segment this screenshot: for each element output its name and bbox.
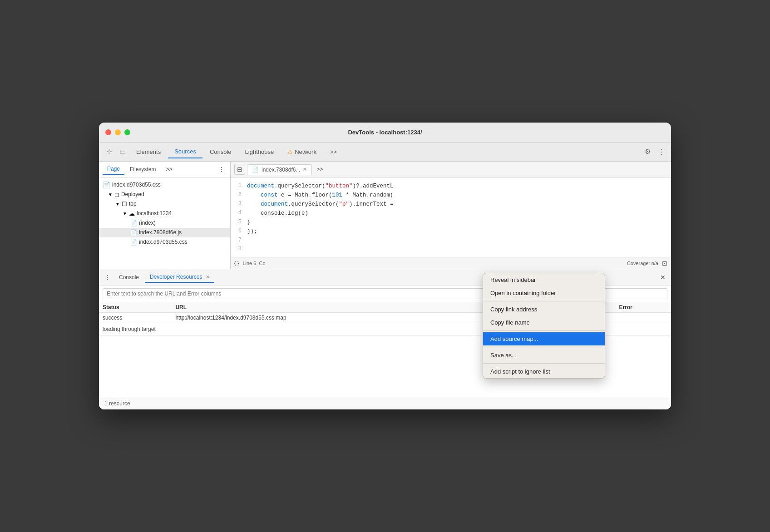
maximize-button[interactable] [124,129,130,135]
ctx-add-ignore-list[interactable]: Add script to ignore list [483,365,605,378]
code-line: 2 const e = Math.floor(101 * Math.random… [231,191,671,200]
bottom-menu-icon[interactable]: ⋮ [103,272,113,283]
ctx-open-folder[interactable]: Open in containing folder [483,286,605,300]
list-item[interactable]: ▼ ☁ localhost:1234 [99,209,230,218]
inspect-icon[interactable]: ⊹ [103,145,115,158]
file-label: index.d9703d55.css [139,239,188,245]
tab-page[interactable]: Page [103,164,124,175]
more-options-icon[interactable]: ⋮ [655,145,667,158]
resource-count: 1 resource [104,400,130,407]
editor-tab-file[interactable]: 📄 index.7808df6... ✕ [247,164,312,175]
window-title: DevTools - localhost:1234/ [348,129,422,136]
file-icon-small: 📄 [252,167,259,173]
coverage-icon[interactable]: ⊡ [662,260,667,267]
editor-status-bar: { } Line 6, Co Coverage: n/a ⊡ [231,257,671,269]
col-error: Error [615,302,671,313]
ctx-add-source-map[interactable]: Add source map... [483,332,605,345]
tab-sources[interactable]: Sources [168,145,202,158]
code-editor[interactable]: 1 document.querySelector("button")?.addE… [231,178,671,257]
list-item[interactable]: ▼ ◻ Deployed [99,190,230,199]
ctx-separator [483,301,605,301]
code-line: 4 console.log(e) [231,209,671,218]
tab-lighthouse[interactable]: Lighthouse [239,146,281,158]
ctx-copy-filename[interactable]: Copy file name [483,316,605,329]
file-icon: 📄 [130,220,137,227]
close-button[interactable] [105,129,111,135]
code-line: 6 )); [231,227,671,236]
tab-filesystem[interactable]: Filesystem [125,164,160,174]
host-label: localhost:1234 [137,210,172,217]
network-warning-icon: ⚠ [287,148,293,155]
folder-label: top [129,201,137,207]
devtools-tab-bar: ⊹ ▭ Elements Sources Console Lighthouse … [99,143,671,162]
code-line: 8 [231,245,671,253]
top-folder-icon: ☐ [122,201,127,207]
editor-panel: ⊟ 📄 index.7808df6... ✕ >> 1 document.que… [231,162,671,269]
chevron-down-icon: ▼ [115,202,120,207]
settings-icon[interactable]: ⚙ [641,145,654,158]
ctx-separator [483,363,605,364]
cloud-icon: ☁ [129,210,135,217]
tab-developer-resources[interactable]: Developer Resources ✕ [145,272,214,283]
minimize-button[interactable] [115,129,121,135]
list-item[interactable]: 📄 (index) [99,218,230,228]
file-label: (index) [139,220,156,226]
list-item[interactable]: ▼ ☐ top [99,199,230,209]
cell-status: success [99,313,172,323]
tab-more[interactable]: >> [324,146,343,158]
tab-console[interactable]: Console [203,146,238,158]
col-url: URL [172,302,491,313]
tab-more-icon[interactable]: >> [314,165,326,173]
panel-menu-icon[interactable]: ⋮ [217,164,227,175]
chevron-down-icon: ▼ [108,192,113,197]
code-line: 7 [231,236,671,245]
cell-error [615,313,671,323]
file-js-icon: 📄 [130,229,137,236]
file-css-icon: 📄 [103,181,110,188]
folder-label: Deployed [121,191,144,197]
editor-position: Line 6, Co [242,261,265,266]
list-item[interactable]: 📄 index.7808df6e.js [99,228,230,237]
toggle-sidebar-button[interactable]: ⊟ [234,164,245,175]
panel-tab-bar: Page Filesystem >> ⋮ [99,162,230,178]
ctx-reveal-sidebar[interactable]: Reveal in sidebar [483,273,605,286]
code-line: 5 } [231,218,671,227]
left-panel: Page Filesystem >> ⋮ 📄 index.d9703d55.cs… [99,162,231,269]
list-item[interactable]: 📄 index.d9703d55.css [99,237,230,247]
tab-more-sources[interactable]: >> [161,164,177,174]
bottom-status-bar: 1 resource [99,397,671,409]
bottom-panel-close-button[interactable]: ✕ [658,272,667,283]
context-menu: Reveal in sidebar Open in containing fol… [483,273,605,379]
devtools-window: DevTools - localhost:1234/ ⊹ ▭ Elements … [99,123,671,409]
col-status: Status [99,302,172,313]
tab-close-icon[interactable]: ✕ [206,274,210,280]
cell-url: http://localhost:1234/index.d9703d55.css… [172,313,491,323]
coverage-label: Coverage: n/a [627,261,658,266]
tab-console-bottom[interactable]: Console [114,272,143,282]
deployed-folder-icon: ◻ [114,191,119,198]
title-bar: DevTools - localhost:1234/ [99,123,671,143]
code-line: 3 document.querySelector("p").innerText … [231,200,671,209]
editor-tab-label: index.7808df6... [262,167,300,173]
chevron-down-icon: ▼ [123,211,127,216]
file-label: index.7808df6e.js [139,229,182,236]
file-tree: 📄 index.d9703d55.css ▼ ◻ Deployed ▼ ☐ to… [99,178,230,269]
ctx-copy-link[interactable]: Copy link address [483,303,605,316]
traffic-lights [105,129,130,135]
ctx-separator [483,330,605,331]
tab-elements[interactable]: Elements [130,146,167,158]
file-label: index.d9703d55.css [112,182,161,188]
file-css-icon: 📄 [130,239,137,246]
ctx-save-as[interactable]: Save as... [483,349,605,362]
tab-network[interactable]: ⚠ Network [281,146,323,158]
ctx-separator [483,347,605,347]
editor-tab-close[interactable]: ✕ [303,167,307,172]
code-line: 1 document.querySelector("button")?.addE… [231,182,671,191]
format-icon[interactable]: { } [234,261,239,266]
list-item[interactable]: 📄 index.d9703d55.css [99,180,230,190]
device-icon[interactable]: ▭ [116,145,129,158]
editor-tab-bar: ⊟ 📄 index.7808df6... ✕ >> [231,162,671,178]
